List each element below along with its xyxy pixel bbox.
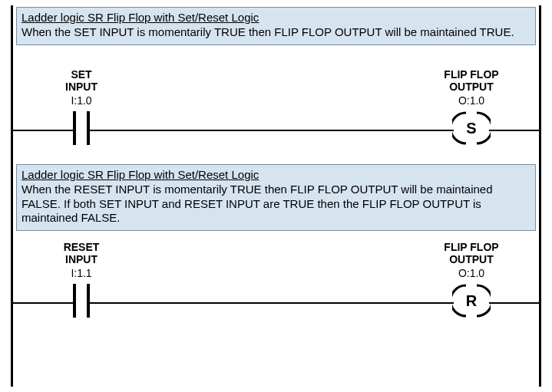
contact-symbol-icon xyxy=(47,111,116,145)
contact-normally-open: RESET INPUT I:1.1 xyxy=(47,241,116,318)
coil-address: O:1.0 xyxy=(429,267,514,279)
rung-comment-body: When the SET INPUT is momentarily TRUE t… xyxy=(21,25,514,38)
contact-normally-open: SET INPUT I:1.0 xyxy=(47,68,116,145)
contact-address: I:1.0 xyxy=(47,94,116,107)
coil-set: FLIP FLOP OUTPUT O:1.0 S xyxy=(429,68,514,145)
rung-comment-title: Ladder logic SR Flip Flop with Set/Reset… xyxy=(21,168,531,183)
rung-wire xyxy=(489,302,539,304)
rung-wire xyxy=(13,130,73,131)
contact-symbol-icon xyxy=(47,284,116,318)
coil-label: FLIP FLOP OUTPUT xyxy=(429,241,514,265)
rung-wire xyxy=(13,302,73,304)
rung-comment: Ladder logic SR Flip Flop with Set/Reset… xyxy=(16,7,536,45)
coil-type-letter: S xyxy=(466,120,476,137)
contact-label: SET INPUT xyxy=(47,68,116,93)
contact-address: I:1.1 xyxy=(47,267,116,279)
rung-comment: Ladder logic SR Flip Flop with Set/Reset… xyxy=(16,164,536,231)
rung-comment-title: Ladder logic SR Flip Flop with Set/Reset… xyxy=(21,11,531,25)
coil-symbol-icon: S xyxy=(429,111,514,145)
contact-label: RESET INPUT xyxy=(47,241,116,265)
rung-wire xyxy=(489,130,539,131)
coil-address: O:1.0 xyxy=(429,94,514,107)
coil-type-letter: R xyxy=(466,292,477,310)
rung-comment-body: When the RESET INPUT is momentarily TRUE… xyxy=(21,183,493,225)
ladder-diagram: Ladder logic SR Flip Flop with Set/Reset… xyxy=(11,5,541,387)
rung-wire xyxy=(90,130,454,131)
coil-label: FLIP FLOP OUTPUT xyxy=(429,68,514,93)
rung-wire xyxy=(90,302,454,304)
coil-symbol-icon: R xyxy=(429,284,514,318)
coil-reset: FLIP FLOP OUTPUT O:1.0 R xyxy=(429,241,514,318)
